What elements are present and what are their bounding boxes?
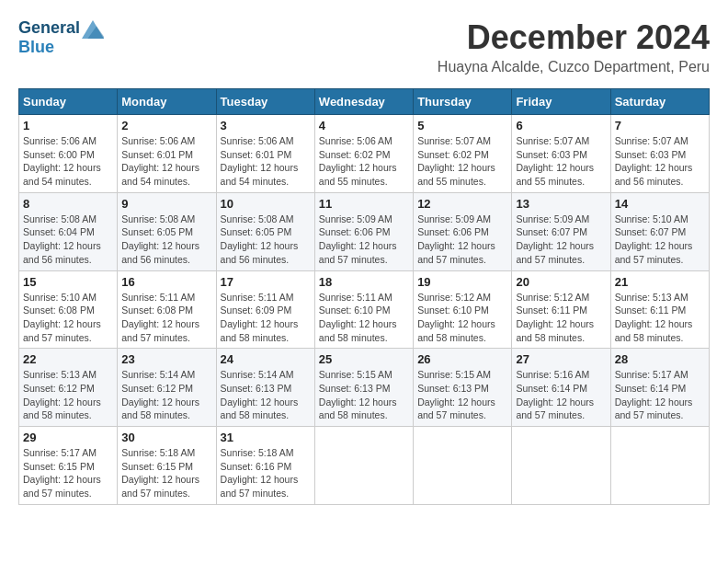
calendar-cell: 23Sunrise: 5:14 AMSunset: 6:12 PMDayligh… <box>118 349 216 427</box>
calendar-cell <box>414 427 512 505</box>
calendar-cell: 2Sunrise: 5:06 AMSunset: 6:01 PMDaylight… <box>118 115 216 193</box>
day-info: Sunrise: 5:08 AMSunset: 6:05 PMDaylight:… <box>121 213 211 267</box>
day-info: Sunrise: 5:06 AMSunset: 6:02 PMDaylight:… <box>319 134 409 189</box>
calendar-subtitle: Huayna Alcalde, Cuzco Department, Peru <box>438 59 710 75</box>
calendar-cell: 3Sunrise: 5:06 AMSunset: 6:01 PMDaylight… <box>216 115 314 193</box>
calendar-cell: 20Sunrise: 5:12 AMSunset: 6:11 PMDayligh… <box>512 270 610 349</box>
day-header-saturday: Saturday <box>610 89 709 115</box>
day-number: 20 <box>516 275 606 289</box>
calendar-cell: 12Sunrise: 5:09 AMSunset: 6:06 PMDayligh… <box>414 192 512 270</box>
day-number: 26 <box>417 352 507 366</box>
calendar-cell: 29Sunrise: 5:17 AMSunset: 6:15 PMDayligh… <box>19 427 118 505</box>
day-number: 30 <box>121 431 211 444</box>
calendar-cell: 16Sunrise: 5:11 AMSunset: 6:08 PMDayligh… <box>118 270 216 349</box>
logo: General Blue <box>18 18 104 57</box>
calendar-cell <box>314 427 413 505</box>
calendar-cell: 18Sunrise: 5:11 AMSunset: 6:10 PMDayligh… <box>314 270 413 349</box>
calendar-cell: 6Sunrise: 5:07 AMSunset: 6:03 PMDaylight… <box>512 115 610 193</box>
calendar-cell: 22Sunrise: 5:13 AMSunset: 6:12 PMDayligh… <box>19 349 118 427</box>
calendar-cell: 11Sunrise: 5:09 AMSunset: 6:06 PMDayligh… <box>314 192 413 270</box>
calendar-header-row: SundayMondayTuesdayWednesdayThursdayFrid… <box>19 89 710 115</box>
calendar-cell: 4Sunrise: 5:06 AMSunset: 6:02 PMDaylight… <box>314 115 413 193</box>
day-info: Sunrise: 5:13 AMSunset: 6:11 PMDaylight:… <box>615 291 705 345</box>
day-number: 21 <box>615 275 705 289</box>
day-info: Sunrise: 5:15 AMSunset: 6:13 PMDaylight:… <box>319 368 409 422</box>
day-number: 9 <box>121 197 211 211</box>
calendar-cell: 14Sunrise: 5:10 AMSunset: 6:07 PMDayligh… <box>610 192 709 270</box>
title-section: December 2024 Huayna Alcalde, Cuzco Depa… <box>438 18 710 75</box>
day-info: Sunrise: 5:15 AMSunset: 6:13 PMDaylight:… <box>417 368 507 422</box>
calendar-cell: 28Sunrise: 5:17 AMSunset: 6:14 PMDayligh… <box>610 349 709 427</box>
day-number: 10 <box>221 197 311 211</box>
day-info: Sunrise: 5:07 AMSunset: 6:02 PMDaylight:… <box>417 134 507 189</box>
day-info: Sunrise: 5:14 AMSunset: 6:12 PMDaylight:… <box>121 368 211 422</box>
day-info: Sunrise: 5:18 AMSunset: 6:16 PMDaylight:… <box>221 446 311 500</box>
calendar-cell: 30Sunrise: 5:18 AMSunset: 6:15 PMDayligh… <box>118 427 216 505</box>
calendar-cell: 8Sunrise: 5:08 AMSunset: 6:04 PMDaylight… <box>19 192 118 270</box>
calendar-table: SundayMondayTuesdayWednesdayThursdayFrid… <box>18 88 710 505</box>
day-info: Sunrise: 5:17 AMSunset: 6:14 PMDaylight:… <box>615 368 705 422</box>
day-info: Sunrise: 5:09 AMSunset: 6:07 PMDaylight:… <box>516 213 606 267</box>
day-info: Sunrise: 5:09 AMSunset: 6:06 PMDaylight:… <box>417 213 507 267</box>
calendar-cell: 10Sunrise: 5:08 AMSunset: 6:05 PMDayligh… <box>216 192 314 270</box>
calendar-cell: 31Sunrise: 5:18 AMSunset: 6:16 PMDayligh… <box>216 427 314 505</box>
day-number: 31 <box>221 431 311 444</box>
day-header-friday: Friday <box>512 89 610 115</box>
calendar-week-row: 8Sunrise: 5:08 AMSunset: 6:04 PMDaylight… <box>19 192 710 270</box>
day-info: Sunrise: 5:12 AMSunset: 6:11 PMDaylight:… <box>516 291 606 345</box>
logo-icon <box>82 20 104 39</box>
day-number: 13 <box>516 197 606 211</box>
calendar-cell: 24Sunrise: 5:14 AMSunset: 6:13 PMDayligh… <box>216 349 314 427</box>
calendar-cell: 15Sunrise: 5:10 AMSunset: 6:08 PMDayligh… <box>19 270 118 349</box>
calendar-cell <box>512 427 610 505</box>
day-number: 29 <box>23 431 113 444</box>
day-number: 5 <box>417 119 507 132</box>
day-number: 23 <box>121 352 211 366</box>
calendar-cell: 5Sunrise: 5:07 AMSunset: 6:02 PMDaylight… <box>414 115 512 193</box>
calendar-cell: 7Sunrise: 5:07 AMSunset: 6:03 PMDaylight… <box>610 115 709 193</box>
day-info: Sunrise: 5:10 AMSunset: 6:07 PMDaylight:… <box>615 213 705 267</box>
day-number: 17 <box>221 275 311 289</box>
day-number: 19 <box>417 275 507 289</box>
calendar-cell <box>610 427 709 505</box>
calendar-cell: 17Sunrise: 5:11 AMSunset: 6:09 PMDayligh… <box>216 270 314 349</box>
day-info: Sunrise: 5:07 AMSunset: 6:03 PMDaylight:… <box>615 134 705 189</box>
day-info: Sunrise: 5:08 AMSunset: 6:05 PMDaylight:… <box>221 213 311 267</box>
day-number: 2 <box>121 119 211 132</box>
calendar-cell: 1Sunrise: 5:06 AMSunset: 6:00 PMDaylight… <box>19 115 118 193</box>
day-info: Sunrise: 5:09 AMSunset: 6:06 PMDaylight:… <box>319 213 409 267</box>
day-header-wednesday: Wednesday <box>314 89 413 115</box>
day-number: 14 <box>615 197 705 211</box>
day-info: Sunrise: 5:14 AMSunset: 6:13 PMDaylight:… <box>221 368 311 422</box>
day-number: 1 <box>23 119 113 132</box>
calendar-cell: 21Sunrise: 5:13 AMSunset: 6:11 PMDayligh… <box>610 270 709 349</box>
day-info: Sunrise: 5:13 AMSunset: 6:12 PMDaylight:… <box>23 368 113 422</box>
calendar-title: December 2024 <box>438 18 710 57</box>
day-number: 22 <box>23 352 113 366</box>
day-info: Sunrise: 5:11 AMSunset: 6:08 PMDaylight:… <box>121 291 211 345</box>
day-number: 24 <box>221 352 311 366</box>
day-info: Sunrise: 5:06 AMSunset: 6:00 PMDaylight:… <box>23 134 113 189</box>
day-info: Sunrise: 5:06 AMSunset: 6:01 PMDaylight:… <box>121 134 211 189</box>
calendar-cell: 19Sunrise: 5:12 AMSunset: 6:10 PMDayligh… <box>414 270 512 349</box>
calendar-cell: 27Sunrise: 5:16 AMSunset: 6:14 PMDayligh… <box>512 349 610 427</box>
day-info: Sunrise: 5:06 AMSunset: 6:01 PMDaylight:… <box>221 134 311 189</box>
day-number: 4 <box>319 119 409 132</box>
calendar-week-row: 29Sunrise: 5:17 AMSunset: 6:15 PMDayligh… <box>19 427 710 505</box>
day-number: 16 <box>121 275 211 289</box>
day-number: 27 <box>516 352 606 366</box>
day-info: Sunrise: 5:12 AMSunset: 6:10 PMDaylight:… <box>417 291 507 345</box>
day-header-tuesday: Tuesday <box>216 89 314 115</box>
day-number: 8 <box>23 197 113 211</box>
calendar-week-row: 22Sunrise: 5:13 AMSunset: 6:12 PMDayligh… <box>19 349 710 427</box>
day-header-thursday: Thursday <box>414 89 512 115</box>
day-number: 25 <box>319 352 409 366</box>
day-number: 12 <box>417 197 507 211</box>
day-info: Sunrise: 5:18 AMSunset: 6:15 PMDaylight:… <box>121 446 211 500</box>
day-header-sunday: Sunday <box>19 89 118 115</box>
day-info: Sunrise: 5:10 AMSunset: 6:08 PMDaylight:… <box>23 291 113 345</box>
day-info: Sunrise: 5:07 AMSunset: 6:03 PMDaylight:… <box>516 134 606 189</box>
day-number: 3 <box>221 119 311 132</box>
calendar-cell: 25Sunrise: 5:15 AMSunset: 6:13 PMDayligh… <box>314 349 413 427</box>
calendar-cell: 13Sunrise: 5:09 AMSunset: 6:07 PMDayligh… <box>512 192 610 270</box>
